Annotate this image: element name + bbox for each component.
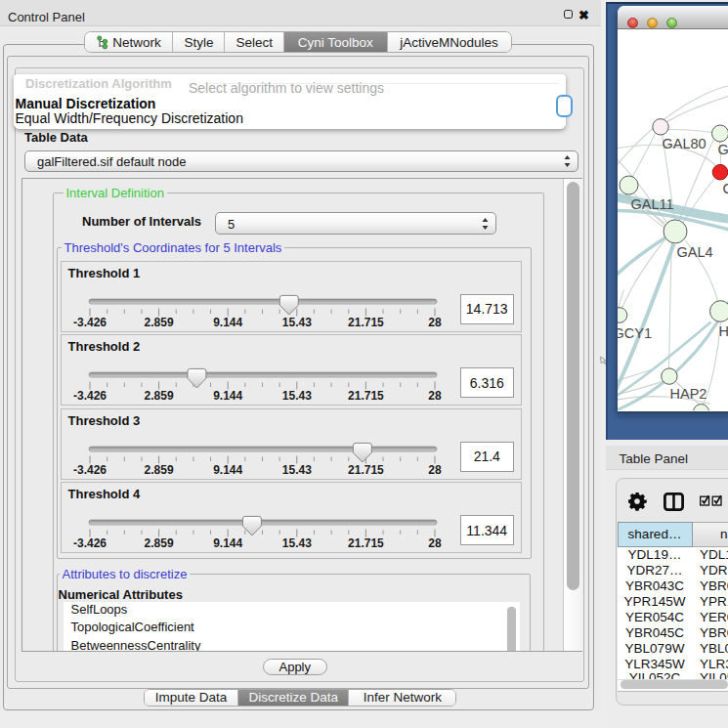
svg-text:2.859: 2.859: [144, 389, 173, 403]
svg-text:2.859: 2.859: [144, 536, 173, 550]
svg-text:GAL80: GAL80: [662, 135, 706, 150]
svg-text:9.144: 9.144: [213, 316, 242, 329]
svg-text:28: 28: [428, 389, 442, 403]
svg-text:2.859: 2.859: [144, 463, 173, 477]
svg-text:15.43: 15.43: [281, 389, 311, 403]
svg-text:C: C: [722, 180, 728, 195]
svg-text:-3.426: -3.426: [72, 463, 106, 477]
svg-text:28: 28: [428, 536, 442, 550]
svg-text:21.715: 21.715: [348, 316, 384, 329]
svg-text:21.715: 21.715: [348, 463, 384, 477]
svg-text:28: 28: [428, 463, 442, 477]
svg-text:21.715: 21.715: [348, 389, 384, 403]
svg-text:21.715: 21.715: [348, 536, 384, 550]
svg-text:-3.426: -3.426: [72, 389, 106, 403]
svg-text:15.43: 15.43: [281, 536, 311, 550]
svg-text:GCY1: GCY1: [618, 324, 652, 340]
svg-text:GAL4: GAL4: [676, 243, 712, 259]
svg-text:9.144: 9.144: [213, 536, 242, 550]
svg-text:HI: HI: [718, 323, 728, 339]
svg-text:-3.426: -3.426: [72, 536, 106, 550]
svg-text:2.859: 2.859: [144, 316, 173, 329]
svg-text:15.43: 15.43: [281, 316, 311, 329]
svg-text:GA: GA: [717, 141, 728, 156]
svg-text:15.43: 15.43: [281, 463, 311, 477]
svg-text:HAP2: HAP2: [669, 385, 707, 401]
svg-text:28: 28: [428, 316, 442, 329]
svg-text:GAL11: GAL11: [630, 195, 673, 211]
svg-text:-3.426: -3.426: [72, 316, 106, 329]
svg-text:9.144: 9.144: [213, 463, 242, 477]
svg-text:9.144: 9.144: [213, 389, 242, 403]
